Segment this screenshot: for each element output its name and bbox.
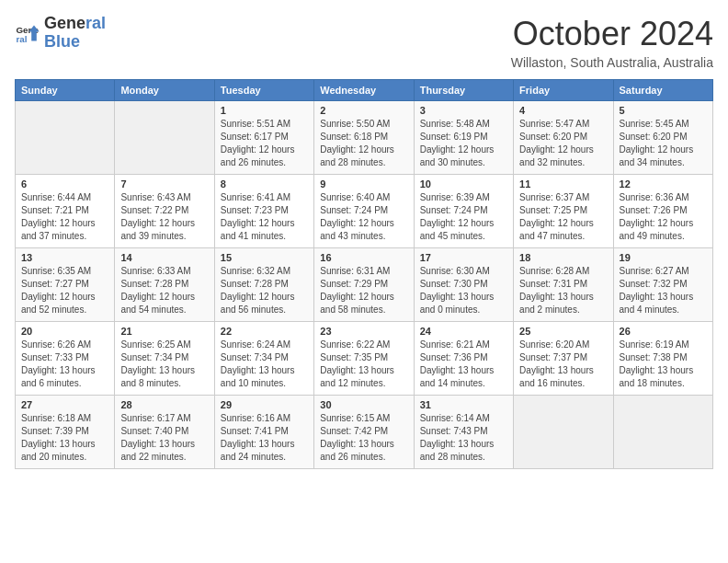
day-number: 23 <box>320 326 407 337</box>
calendar-cell: 6Sunrise: 6:44 AMSunset: 7:21 PMDaylight… <box>16 175 115 248</box>
logo: Gene ral GeneralBlue <box>15 15 106 52</box>
calendar-cell: 4Sunrise: 5:47 AMSunset: 6:20 PMDaylight… <box>514 101 613 175</box>
calendar-cell: 1Sunrise: 5:51 AMSunset: 6:17 PMDaylight… <box>214 101 313 175</box>
calendar-cell: 3Sunrise: 5:48 AMSunset: 6:19 PMDaylight… <box>414 101 513 175</box>
calendar-cell: 11Sunrise: 6:37 AMSunset: 7:25 PMDayligh… <box>514 175 613 248</box>
day-info: Sunrise: 6:17 AMSunset: 7:40 PMDaylight:… <box>120 412 208 464</box>
day-number: 17 <box>420 252 507 263</box>
calendar-cell: 24Sunrise: 6:21 AMSunset: 7:36 PMDayligh… <box>414 322 513 396</box>
calendar-cell: 23Sunrise: 6:22 AMSunset: 7:35 PMDayligh… <box>314 322 414 396</box>
day-info: Sunrise: 6:40 AMSunset: 7:24 PMDaylight:… <box>320 191 407 243</box>
day-info: Sunrise: 6:44 AMSunset: 7:21 PMDaylight:… <box>21 191 108 243</box>
calendar-cell: 12Sunrise: 6:36 AMSunset: 7:26 PMDayligh… <box>613 175 712 248</box>
calendar-cell <box>514 396 613 469</box>
day-number: 4 <box>519 105 607 116</box>
calendar-cell: 8Sunrise: 6:41 AMSunset: 7:23 PMDaylight… <box>214 175 313 248</box>
day-info: Sunrise: 6:18 AMSunset: 7:39 PMDaylight:… <box>21 412 108 464</box>
calendar-cell: 17Sunrise: 6:30 AMSunset: 7:30 PMDayligh… <box>414 248 513 322</box>
svg-text:ral: ral <box>16 34 27 44</box>
day-number: 21 <box>120 326 208 337</box>
day-info: Sunrise: 6:37 AMSunset: 7:25 PMDaylight:… <box>519 191 607 243</box>
day-number: 13 <box>21 252 108 263</box>
day-number: 26 <box>620 326 707 337</box>
day-info: Sunrise: 6:24 AMSunset: 7:34 PMDaylight:… <box>221 339 308 390</box>
day-info: Sunrise: 5:47 AMSunset: 6:20 PMDaylight:… <box>519 118 607 169</box>
day-number: 16 <box>320 252 407 263</box>
location: Willaston, South Australia, Australia <box>511 55 713 70</box>
day-info: Sunrise: 6:36 AMSunset: 7:26 PMDaylight:… <box>620 191 707 243</box>
calendar-cell: 21Sunrise: 6:25 AMSunset: 7:34 PMDayligh… <box>115 322 214 396</box>
calendar-cell: 31Sunrise: 6:14 AMSunset: 7:43 PMDayligh… <box>414 396 513 469</box>
calendar-cell: 27Sunrise: 6:18 AMSunset: 7:39 PMDayligh… <box>16 396 115 469</box>
day-info: Sunrise: 6:19 AMSunset: 7:38 PMDaylight:… <box>620 339 707 390</box>
day-number: 8 <box>221 178 308 190</box>
day-number: 11 <box>519 178 607 190</box>
calendar-cell: 13Sunrise: 6:35 AMSunset: 7:27 PMDayligh… <box>16 248 115 322</box>
day-info: Sunrise: 6:31 AMSunset: 7:29 PMDaylight:… <box>320 265 407 316</box>
day-info: Sunrise: 6:41 AMSunset: 7:23 PMDaylight:… <box>221 191 308 243</box>
calendar-cell: 20Sunrise: 6:26 AMSunset: 7:33 PMDayligh… <box>16 322 115 396</box>
calendar-week-1: 1Sunrise: 5:51 AMSunset: 6:17 PMDaylight… <box>16 101 713 175</box>
calendar-table: SundayMondayTuesdayWednesdayThursdayFrid… <box>15 79 713 469</box>
calendar-cell: 9Sunrise: 6:40 AMSunset: 7:24 PMDaylight… <box>314 175 414 248</box>
weekday-header-wednesday: Wednesday <box>314 80 414 101</box>
day-info: Sunrise: 5:51 AMSunset: 6:17 PMDaylight:… <box>221 118 308 169</box>
day-number: 29 <box>221 399 308 410</box>
day-info: Sunrise: 6:20 AMSunset: 7:37 PMDaylight:… <box>519 339 607 390</box>
calendar-cell: 30Sunrise: 6:15 AMSunset: 7:42 PMDayligh… <box>314 396 414 469</box>
day-info: Sunrise: 6:26 AMSunset: 7:33 PMDaylight:… <box>21 339 108 390</box>
calendar-cell: 25Sunrise: 6:20 AMSunset: 7:37 PMDayligh… <box>514 322 613 396</box>
day-info: Sunrise: 6:15 AMSunset: 7:42 PMDaylight:… <box>320 412 407 464</box>
day-number: 30 <box>320 399 407 410</box>
calendar-cell: 16Sunrise: 6:31 AMSunset: 7:29 PMDayligh… <box>314 248 414 322</box>
calendar-week-3: 13Sunrise: 6:35 AMSunset: 7:27 PMDayligh… <box>16 248 713 322</box>
title-block: October 2024 Willaston, South Australia,… <box>511 15 713 70</box>
day-number: 5 <box>620 105 707 116</box>
day-info: Sunrise: 6:35 AMSunset: 7:27 PMDaylight:… <box>21 265 108 316</box>
weekday-header-friday: Friday <box>514 80 613 101</box>
day-info: Sunrise: 6:16 AMSunset: 7:41 PMDaylight:… <box>221 412 308 464</box>
calendar-week-4: 20Sunrise: 6:26 AMSunset: 7:33 PMDayligh… <box>16 322 713 396</box>
calendar-week-5: 27Sunrise: 6:18 AMSunset: 7:39 PMDayligh… <box>16 396 713 469</box>
calendar-week-2: 6Sunrise: 6:44 AMSunset: 7:21 PMDaylight… <box>16 175 713 248</box>
day-number: 25 <box>519 326 607 337</box>
day-info: Sunrise: 6:21 AMSunset: 7:36 PMDaylight:… <box>420 339 507 390</box>
weekday-header-saturday: Saturday <box>613 80 712 101</box>
calendar-cell <box>613 396 712 469</box>
day-number: 7 <box>120 178 208 190</box>
day-number: 2 <box>320 105 407 116</box>
day-number: 15 <box>221 252 308 263</box>
day-info: Sunrise: 6:27 AMSunset: 7:32 PMDaylight:… <box>620 265 707 316</box>
day-number: 10 <box>420 178 507 190</box>
day-info: Sunrise: 6:28 AMSunset: 7:31 PMDaylight:… <box>519 265 607 316</box>
day-info: Sunrise: 5:50 AMSunset: 6:18 PMDaylight:… <box>320 118 407 169</box>
day-number: 24 <box>420 326 507 337</box>
calendar-cell <box>115 101 214 175</box>
day-info: Sunrise: 6:14 AMSunset: 7:43 PMDaylight:… <box>420 412 507 464</box>
day-number: 22 <box>221 326 308 337</box>
day-number: 14 <box>120 252 208 263</box>
day-number: 9 <box>320 178 407 190</box>
calendar-cell <box>16 101 115 175</box>
day-info: Sunrise: 5:48 AMSunset: 6:19 PMDaylight:… <box>420 118 507 169</box>
weekday-header-thursday: Thursday <box>414 80 513 101</box>
calendar-cell: 7Sunrise: 6:43 AMSunset: 7:22 PMDaylight… <box>115 175 214 248</box>
weekday-header-tuesday: Tuesday <box>214 80 313 101</box>
day-number: 27 <box>21 399 108 410</box>
day-info: Sunrise: 6:25 AMSunset: 7:34 PMDaylight:… <box>120 339 208 390</box>
day-number: 3 <box>420 105 507 116</box>
logo-icon: Gene ral <box>15 20 40 46</box>
day-number: 6 <box>21 178 108 190</box>
calendar-cell: 28Sunrise: 6:17 AMSunset: 7:40 PMDayligh… <box>115 396 214 469</box>
day-info: Sunrise: 6:22 AMSunset: 7:35 PMDaylight:… <box>320 339 407 390</box>
day-info: Sunrise: 5:45 AMSunset: 6:20 PMDaylight:… <box>620 118 707 169</box>
day-info: Sunrise: 6:32 AMSunset: 7:28 PMDaylight:… <box>221 265 308 316</box>
day-info: Sunrise: 6:30 AMSunset: 7:30 PMDaylight:… <box>420 265 507 316</box>
calendar-cell: 18Sunrise: 6:28 AMSunset: 7:31 PMDayligh… <box>514 248 613 322</box>
calendar-cell: 29Sunrise: 6:16 AMSunset: 7:41 PMDayligh… <box>214 396 313 469</box>
day-number: 31 <box>420 399 507 410</box>
calendar-cell: 14Sunrise: 6:33 AMSunset: 7:28 PMDayligh… <box>115 248 214 322</box>
weekday-header-monday: Monday <box>115 80 214 101</box>
day-number: 18 <box>519 252 607 263</box>
calendar-cell: 15Sunrise: 6:32 AMSunset: 7:28 PMDayligh… <box>214 248 313 322</box>
